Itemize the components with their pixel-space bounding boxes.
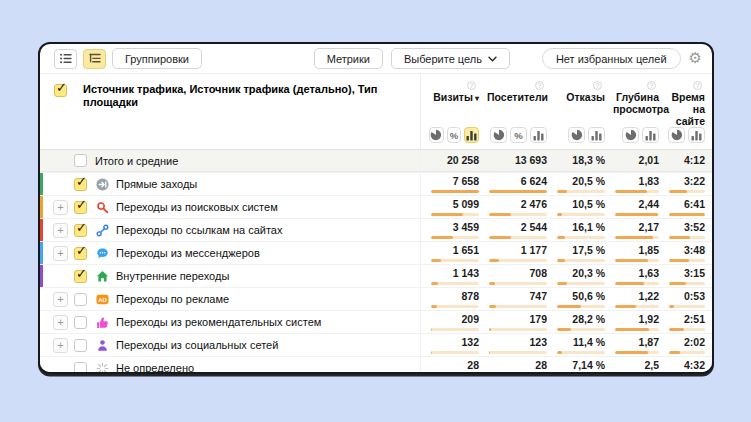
percent-icon[interactable]: % <box>447 127 462 143</box>
metric-value: 7 658 <box>453 176 479 187</box>
metric-cell: 4:32 <box>659 357 705 374</box>
metric-bar <box>669 236 705 239</box>
favorite-goals-pill[interactable]: Нет избранных целей <box>542 48 681 69</box>
percent-icon[interactable]: % <box>510 127 527 143</box>
expand-row-button[interactable]: + <box>53 223 68 238</box>
row-label[interactable]: Не определено <box>116 362 194 374</box>
metric-cell: 3:22 <box>659 173 705 195</box>
metric-cell: 0:53 <box>659 288 705 310</box>
row-name-cell: + Переходы из мессенджеров <box>40 242 420 264</box>
pie-chart-icon[interactable] <box>668 127 685 143</box>
row-label[interactable]: Переходы из рекомендательных систем <box>116 316 321 328</box>
ad-icon: AD <box>95 293 109 306</box>
metric-bar <box>557 351 605 354</box>
table-body: Итого и средние 20 25813 69318,3 %2,014:… <box>40 150 712 374</box>
row-label[interactable]: Переходы по ссылкам на сайтах <box>116 224 282 236</box>
bar-chart-icon[interactable] <box>688 127 705 143</box>
goal-select-button[interactable]: Выберите цель <box>391 48 510 69</box>
row-checkbox[interactable] <box>74 201 87 214</box>
list-view-icon[interactable] <box>54 49 77 69</box>
metric-bar <box>669 213 705 216</box>
row-checkbox[interactable] <box>74 247 87 260</box>
expand-row-button[interactable]: + <box>53 200 68 215</box>
metric-value: 1,92 <box>639 314 659 325</box>
metric-display-toggles <box>667 127 705 143</box>
table-row: Прямые заходы 7 6586 62420,5 %1,833:22 <box>40 172 712 195</box>
metric-cell: 2,17 <box>605 219 659 241</box>
metric-value: 179 <box>529 314 547 325</box>
metric-value: 13 693 <box>515 155 547 166</box>
metric-bar <box>669 190 705 193</box>
select-all-checkbox[interactable] <box>54 84 67 97</box>
row-checkbox[interactable] <box>74 339 87 352</box>
help-circle-icon: ? <box>647 81 656 90</box>
row-metrics: 1 14370820,3 %1,633:15 <box>420 265 712 287</box>
pie-chart-icon[interactable] <box>429 127 444 143</box>
row-checkbox[interactable] <box>74 316 87 329</box>
metric-cell: 179 <box>479 311 547 333</box>
row-metrics: 3 4592 54416,1 %2,173:52 <box>420 219 712 241</box>
table-row: Итого и средние 20 25813 69318,3 %2,014:… <box>40 150 712 172</box>
row-checkbox[interactable] <box>74 270 87 283</box>
metric-column-label[interactable]: Отказы <box>566 91 605 103</box>
row-label[interactable]: Итого и средние <box>95 155 178 167</box>
help-circle-icon: ? <box>467 81 476 90</box>
metric-column-label[interactable]: Время на сайте <box>671 91 705 127</box>
row-label[interactable]: Переходы из социальных сетей <box>116 339 278 351</box>
metric-cell: 6:41 <box>659 196 705 218</box>
metric-value: 6 624 <box>521 176 547 187</box>
expand-row-button[interactable]: + <box>53 338 68 353</box>
bar-chart-icon[interactable] <box>464 127 479 143</box>
row-checkbox[interactable] <box>74 154 87 167</box>
metric-bar <box>615 351 659 354</box>
metric-bar <box>431 213 479 216</box>
row-checkbox[interactable] <box>74 293 87 306</box>
bar-chart-icon[interactable] <box>530 127 547 143</box>
metric-cell: 6 624 <box>479 173 547 195</box>
favorite-goals-label: Нет избранных целей <box>556 53 667 65</box>
row-label[interactable]: Переходы из поисковых систем <box>116 201 278 213</box>
bar-chart-icon[interactable] <box>642 127 659 143</box>
pie-chart-icon[interactable] <box>490 127 507 143</box>
row-label[interactable]: Переходы из мессенджеров <box>116 247 260 259</box>
metric-column-label[interactable]: Визиты <box>433 91 473 103</box>
metric-cell: 28 <box>421 357 479 374</box>
row-metrics: 5 0992 47610,5 %2,446:41 <box>420 196 712 218</box>
metric-column: ?Отказы▾ <box>547 79 605 143</box>
row-metrics: 7 6586 62420,5 %1,833:22 <box>420 173 712 195</box>
metric-value: 20 258 <box>447 155 479 166</box>
metric-column-label[interactable]: Посетители <box>487 91 548 103</box>
row-name-cell: Не определено <box>40 357 420 374</box>
row-label[interactable]: Переходы по рекламе <box>116 293 229 305</box>
pie-chart-icon[interactable] <box>568 127 585 143</box>
metric-bar <box>615 259 659 262</box>
row-label[interactable]: Прямые заходы <box>116 178 197 190</box>
metric-cell: 3:52 <box>659 219 705 241</box>
pie-chart-icon[interactable] <box>622 127 639 143</box>
gear-icon[interactable]: ⚙ <box>689 51 702 66</box>
row-color-stripe <box>40 219 43 241</box>
groupings-button[interactable]: Группировки <box>112 48 202 69</box>
row-metrics: 28287,14 %2,54:32 <box>420 357 712 374</box>
metric-value: 20,3 % <box>572 268 605 279</box>
metric-value: 209 <box>461 314 479 325</box>
row-checkbox[interactable] <box>74 362 87 375</box>
row-label[interactable]: Внутренние переходы <box>116 270 229 282</box>
metric-value: 708 <box>529 268 547 279</box>
row-metrics: 1 6511 17717,5 %1,853:48 <box>420 242 712 264</box>
bar-chart-icon[interactable] <box>588 127 605 143</box>
metrics-button[interactable]: Метрики <box>314 48 383 69</box>
row-checkbox[interactable] <box>74 224 87 237</box>
metric-display-toggles: % <box>487 127 547 143</box>
row-metrics: 20 25813 69318,3 %2,014:12 <box>420 150 712 171</box>
metric-bar <box>615 236 659 239</box>
expand-row-button[interactable]: + <box>53 315 68 330</box>
metric-bar <box>489 374 547 375</box>
row-checkbox[interactable] <box>74 178 87 191</box>
metric-bar <box>431 190 479 193</box>
report-card: Группировки Метрики Выберите цель Нет из… <box>38 42 714 374</box>
metric-bar <box>557 213 605 216</box>
expand-row-button[interactable]: + <box>53 292 68 307</box>
expand-row-button[interactable]: + <box>53 246 68 261</box>
grouped-view-icon[interactable] <box>83 49 106 69</box>
